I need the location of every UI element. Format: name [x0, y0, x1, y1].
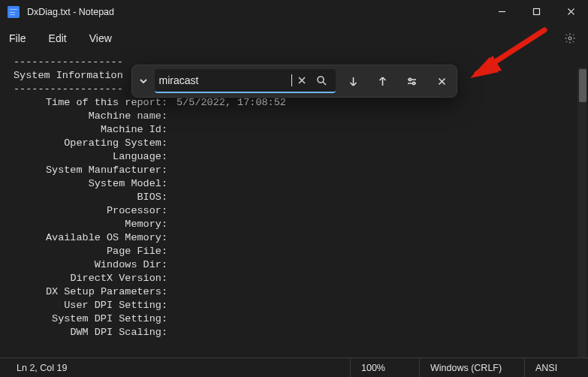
- text-line: System Model:: [14, 177, 167, 191]
- title-bar: DxDiag.txt - Notepad: [0, 0, 588, 24]
- find-next-button[interactable]: [339, 65, 368, 98]
- find-clear-button[interactable]: [292, 70, 312, 91]
- find-input-wrap: [155, 69, 336, 93]
- fade-bottom: [0, 342, 588, 357]
- svg-point-3: [409, 78, 412, 80]
- scrollbar-track[interactable]: [577, 68, 586, 357]
- text-line: Language:: [14, 150, 167, 164]
- window-controls: [484, 0, 588, 24]
- text-line: DX Setup Parameters:: [14, 285, 167, 299]
- status-eol: Windows (CRLF): [420, 358, 525, 377]
- svg-point-4: [413, 82, 415, 84]
- settings-button[interactable]: [562, 31, 577, 46]
- text-line: Page File:: [14, 245, 167, 258]
- menu-bar: File Edit View: [0, 24, 588, 53]
- menu-view[interactable]: View: [89, 32, 112, 44]
- text-line: User DPI Setting:: [14, 299, 167, 312]
- scrollbar-thumb[interactable]: [579, 69, 586, 102]
- text-line: Processor:: [14, 204, 167, 218]
- text-line: BIOS:: [14, 191, 167, 204]
- find-expand-toggle[interactable]: [132, 65, 155, 98]
- text-line: System DPI Setting:: [14, 312, 167, 326]
- find-panel: [131, 65, 457, 98]
- status-caret-pos: Ln 2, Col 19: [0, 358, 351, 377]
- status-bar: Ln 2, Col 19 100% Windows (CRLF) ANSI: [0, 357, 588, 377]
- text-editor-area[interactable]: ------------------ System Information --…: [0, 53, 588, 357]
- text-line: Machine Id:: [14, 123, 167, 137]
- text-line: Available OS Memory:: [14, 231, 167, 245]
- notepad-app-icon: [8, 6, 20, 18]
- maximize-button[interactable]: [519, 0, 553, 24]
- menu-file[interactable]: File: [9, 32, 26, 44]
- status-zoom[interactable]: 100%: [351, 358, 420, 377]
- minimize-button[interactable]: [484, 0, 519, 24]
- svg-point-1: [568, 37, 571, 40]
- svg-rect-0: [533, 9, 539, 15]
- window-title: DxDiag.txt - Notepad: [27, 7, 114, 17]
- status-encoding: ANSI: [525, 358, 588, 377]
- text-line: Time of this report: 5/5/2022, 17:08:52: [14, 96, 580, 110]
- svg-point-2: [318, 77, 324, 83]
- find-previous-button[interactable]: [368, 65, 397, 98]
- text-line: Memory:: [14, 218, 167, 231]
- close-button[interactable]: [553, 0, 588, 24]
- text-line: Machine name:: [14, 110, 167, 123]
- text-line: Windows Dir:: [14, 258, 167, 272]
- text-line: DirectX Version:: [14, 272, 167, 285]
- notepad-window: DxDiag.txt - Notepad File Edit View ----…: [0, 0, 588, 377]
- text-line: System Manufacturer:: [14, 164, 167, 177]
- find-close-button[interactable]: [427, 65, 457, 98]
- text-line: DWM DPI Scaling:: [14, 326, 167, 339]
- text-line: Operating System:: [14, 137, 167, 150]
- menu-edit[interactable]: Edit: [49, 32, 67, 44]
- find-options-button[interactable]: [397, 65, 427, 98]
- find-input[interactable]: [159, 74, 291, 86]
- search-icon[interactable]: [312, 70, 331, 91]
